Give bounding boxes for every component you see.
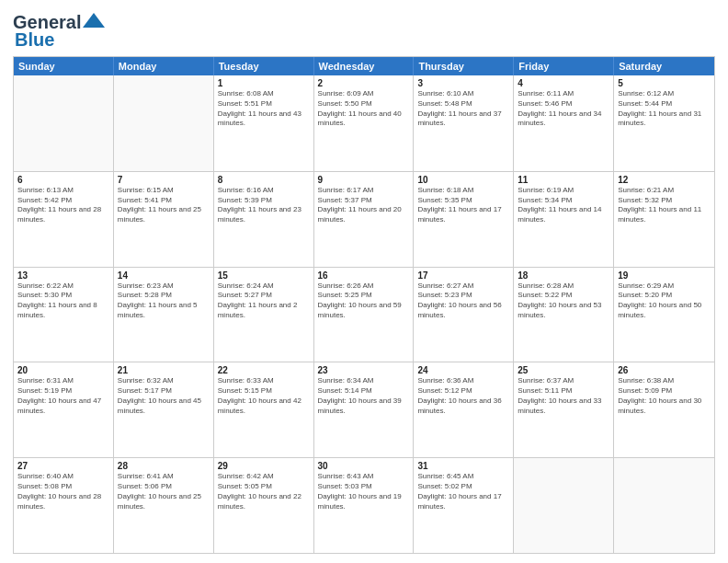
day-number: 26 <box>618 365 711 375</box>
day-info: Sunrise: 6:21 AMSunset: 5:32 PMDaylight:… <box>618 186 711 225</box>
calendar-week-5: 27Sunrise: 6:40 AMSunset: 5:08 PMDayligh… <box>14 457 714 553</box>
day-number: 15 <box>218 270 310 281</box>
day-info: Sunrise: 6:29 AMSunset: 5:20 PMDaylight:… <box>618 282 711 321</box>
calendar-cell: 4Sunrise: 6:11 AMSunset: 5:46 PMDaylight… <box>514 75 614 171</box>
day-number: 9 <box>318 175 410 185</box>
calendar-cell: 9Sunrise: 6:17 AMSunset: 5:37 PMDaylight… <box>314 172 415 267</box>
calendar-cell: 7Sunrise: 6:15 AMSunset: 5:41 PMDaylight… <box>114 172 214 267</box>
calendar-cell: 15Sunrise: 6:24 AMSunset: 5:27 PMDayligh… <box>214 268 314 362</box>
calendar-cell: 2Sunrise: 6:09 AMSunset: 5:50 PMDaylight… <box>314 75 415 171</box>
logo-icon <box>81 9 107 35</box>
day-info: Sunrise: 6:43 AMSunset: 5:03 PMDaylight:… <box>318 472 410 511</box>
day-info: Sunrise: 6:26 AMSunset: 5:25 PMDaylight:… <box>318 282 410 321</box>
calendar-cell: 22Sunrise: 6:33 AMSunset: 5:15 PMDayligh… <box>214 362 314 457</box>
day-info: Sunrise: 6:28 AMSunset: 5:22 PMDaylight:… <box>518 282 609 321</box>
calendar-cell: 19Sunrise: 6:29 AMSunset: 5:20 PMDayligh… <box>614 268 714 362</box>
day-number: 25 <box>518 365 609 375</box>
day-number: 24 <box>417 365 509 375</box>
page-header: General Blue <box>13 9 715 51</box>
svg-marker-0 <box>83 13 105 28</box>
day-info: Sunrise: 6:38 AMSunset: 5:09 PMDaylight:… <box>618 376 711 416</box>
day-number: 11 <box>518 175 609 185</box>
day-number: 14 <box>118 270 210 281</box>
logo-blue: Blue <box>15 29 54 51</box>
day-number: 7 <box>118 175 210 185</box>
calendar-cell: 18Sunrise: 6:28 AMSunset: 5:22 PMDayligh… <box>514 268 614 362</box>
header-cell-monday: Monday <box>114 57 214 75</box>
day-number: 6 <box>17 175 109 185</box>
day-info: Sunrise: 6:09 AMSunset: 5:50 PMDaylight:… <box>318 89 410 129</box>
day-number: 23 <box>318 365 410 375</box>
day-number: 10 <box>417 175 509 185</box>
calendar-cell: 20Sunrise: 6:31 AMSunset: 5:19 PMDayligh… <box>14 362 114 457</box>
calendar-cell: 21Sunrise: 6:32 AMSunset: 5:17 PMDayligh… <box>114 362 214 457</box>
day-info: Sunrise: 6:23 AMSunset: 5:28 PMDaylight:… <box>118 282 210 321</box>
calendar-cell: 12Sunrise: 6:21 AMSunset: 5:32 PMDayligh… <box>614 172 714 267</box>
day-info: Sunrise: 6:31 AMSunset: 5:19 PMDaylight:… <box>17 376 109 416</box>
header-cell-wednesday: Wednesday <box>314 57 415 75</box>
day-number: 20 <box>17 365 109 375</box>
day-info: Sunrise: 6:45 AMSunset: 5:02 PMDaylight:… <box>417 472 509 511</box>
day-info: Sunrise: 6:40 AMSunset: 5:08 PMDaylight:… <box>17 472 109 511</box>
day-info: Sunrise: 6:11 AMSunset: 5:46 PMDaylight:… <box>518 89 609 129</box>
day-info: Sunrise: 6:42 AMSunset: 5:05 PMDaylight:… <box>218 472 310 511</box>
day-number: 4 <box>518 78 609 88</box>
calendar-cell: 1Sunrise: 6:08 AMSunset: 5:51 PMDaylight… <box>214 75 314 171</box>
day-number: 3 <box>417 78 509 88</box>
day-number: 16 <box>318 270 410 281</box>
day-number: 2 <box>318 78 410 88</box>
day-info: Sunrise: 6:37 AMSunset: 5:11 PMDaylight:… <box>518 376 609 416</box>
day-number: 30 <box>318 461 410 471</box>
day-number: 12 <box>618 175 711 185</box>
calendar-cell <box>14 75 114 171</box>
day-info: Sunrise: 6:41 AMSunset: 5:06 PMDaylight:… <box>118 472 210 511</box>
day-info: Sunrise: 6:12 AMSunset: 5:44 PMDaylight:… <box>618 89 711 129</box>
calendar-cell: 25Sunrise: 6:37 AMSunset: 5:11 PMDayligh… <box>514 362 614 457</box>
day-info: Sunrise: 6:33 AMSunset: 5:15 PMDaylight:… <box>218 376 310 416</box>
logo: General Blue <box>13 9 107 51</box>
calendar-cell: 6Sunrise: 6:13 AMSunset: 5:42 PMDaylight… <box>14 172 114 267</box>
calendar-week-1: 1Sunrise: 6:08 AMSunset: 5:51 PMDaylight… <box>14 75 714 171</box>
calendar-cell: 28Sunrise: 6:41 AMSunset: 5:06 PMDayligh… <box>114 458 214 553</box>
day-number: 8 <box>218 175 310 185</box>
calendar-cell: 31Sunrise: 6:45 AMSunset: 5:02 PMDayligh… <box>414 458 514 553</box>
calendar-cell: 30Sunrise: 6:43 AMSunset: 5:03 PMDayligh… <box>314 458 415 553</box>
day-info: Sunrise: 6:34 AMSunset: 5:14 PMDaylight:… <box>318 376 410 416</box>
day-info: Sunrise: 6:13 AMSunset: 5:42 PMDaylight:… <box>17 186 109 225</box>
calendar-week-2: 6Sunrise: 6:13 AMSunset: 5:42 PMDaylight… <box>14 171 714 267</box>
header-cell-saturday: Saturday <box>614 57 714 75</box>
calendar-cell <box>514 458 614 553</box>
day-info: Sunrise: 6:17 AMSunset: 5:37 PMDaylight:… <box>318 186 410 225</box>
day-info: Sunrise: 6:27 AMSunset: 5:23 PMDaylight:… <box>417 282 509 321</box>
day-number: 31 <box>417 461 509 471</box>
day-number: 18 <box>518 270 609 281</box>
calendar-body: 1Sunrise: 6:08 AMSunset: 5:51 PMDaylight… <box>14 75 714 553</box>
calendar-cell: 24Sunrise: 6:36 AMSunset: 5:12 PMDayligh… <box>414 362 514 457</box>
day-info: Sunrise: 6:08 AMSunset: 5:51 PMDaylight:… <box>218 89 310 129</box>
header-cell-thursday: Thursday <box>414 57 514 75</box>
calendar-cell <box>114 75 214 171</box>
calendar-cell: 11Sunrise: 6:19 AMSunset: 5:34 PMDayligh… <box>514 172 614 267</box>
calendar-cell: 3Sunrise: 6:10 AMSunset: 5:48 PMDaylight… <box>414 75 514 171</box>
calendar-cell: 17Sunrise: 6:27 AMSunset: 5:23 PMDayligh… <box>414 268 514 362</box>
calendar-header: SundayMondayTuesdayWednesdayThursdayFrid… <box>14 57 714 75</box>
header-cell-friday: Friday <box>514 57 614 75</box>
day-info: Sunrise: 6:22 AMSunset: 5:30 PMDaylight:… <box>17 282 109 321</box>
day-info: Sunrise: 6:15 AMSunset: 5:41 PMDaylight:… <box>118 186 210 225</box>
day-info: Sunrise: 6:32 AMSunset: 5:17 PMDaylight:… <box>118 376 210 416</box>
day-number: 28 <box>118 461 210 471</box>
calendar-cell: 8Sunrise: 6:16 AMSunset: 5:39 PMDaylight… <box>214 172 314 267</box>
calendar-cell: 29Sunrise: 6:42 AMSunset: 5:05 PMDayligh… <box>214 458 314 553</box>
calendar-cell: 14Sunrise: 6:23 AMSunset: 5:28 PMDayligh… <box>114 268 214 362</box>
day-info: Sunrise: 6:36 AMSunset: 5:12 PMDaylight:… <box>417 376 509 416</box>
calendar-week-3: 13Sunrise: 6:22 AMSunset: 5:30 PMDayligh… <box>14 267 714 362</box>
day-number: 29 <box>218 461 310 471</box>
calendar-cell <box>614 458 714 553</box>
day-info: Sunrise: 6:18 AMSunset: 5:35 PMDaylight:… <box>417 186 509 225</box>
day-number: 22 <box>218 365 310 375</box>
day-number: 19 <box>618 270 711 281</box>
calendar-week-4: 20Sunrise: 6:31 AMSunset: 5:19 PMDayligh… <box>14 362 714 457</box>
day-info: Sunrise: 6:19 AMSunset: 5:34 PMDaylight:… <box>518 186 609 225</box>
calendar-cell: 26Sunrise: 6:38 AMSunset: 5:09 PMDayligh… <box>614 362 714 457</box>
day-number: 5 <box>618 78 711 88</box>
